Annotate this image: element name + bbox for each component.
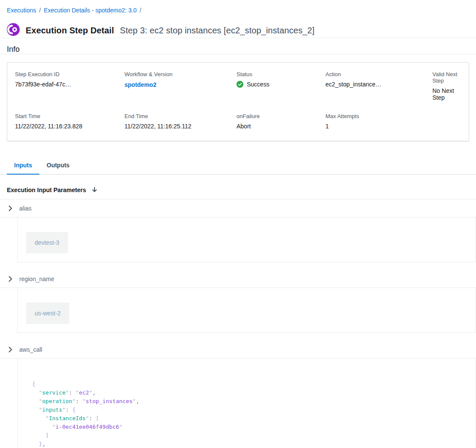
section-heading: Execution Input Parameters (7, 187, 86, 193)
download-arrow-icon[interactable] (91, 187, 98, 193)
field-value: 11/22/2022, 11:16:25.112 (124, 123, 237, 130)
alias-panel: devtest-3 (17, 217, 476, 262)
field-value: 7b73f93e-edaf-47c… (15, 81, 124, 88)
info-card: Step Execution ID 7b73f93e-edaf-47c… Wor… (7, 62, 469, 141)
field-value: 1 (325, 123, 432, 130)
field-max-attempts: Max Attempts 1 (325, 113, 432, 130)
field-step-execution-id: Step Execution ID 7b73f93e-edaf-47c… (15, 71, 124, 101)
field-status: Status Success (237, 71, 325, 101)
field-action: Action ec2_stop_instance… (325, 71, 432, 101)
field-valid-next-step: Valid Next Step No Next Step (432, 71, 461, 101)
expander-label: alias (19, 205, 32, 212)
chevron-right-icon (7, 205, 14, 212)
page-header: Execution Step Detail Step 3: ec2 stop i… (0, 23, 476, 38)
alias-value-chip: devtest-3 (26, 232, 68, 253)
status-text: Success (247, 81, 269, 88)
expander-label: aws_call (19, 346, 42, 353)
breadcrumb-separator: / (140, 7, 142, 14)
breadcrumb-link-executions[interactable]: Executions (7, 7, 36, 14)
field-label: Valid Next Step (432, 71, 461, 84)
field-label: Status (237, 71, 325, 77)
divider (0, 54, 476, 54)
expander-alias[interactable]: alias (0, 199, 476, 217)
tab-inputs[interactable]: Inputs (7, 157, 39, 174)
aws-call-panel: { "service": "ec2", "operation": "stop_i… (17, 359, 476, 448)
field-start-time: Start Time 11/22/2022, 11:16:23.828 (15, 113, 124, 130)
field-value: Abort (237, 123, 325, 130)
breadcrumb-link-execution-details[interactable]: Execution Details - spotdemo2: 3.0 (44, 7, 136, 14)
workflow-link[interactable]: spotdemo2 (124, 81, 157, 88)
field-value: ec2_stop_instance… (325, 81, 432, 88)
app-logo-icon (7, 23, 20, 38)
field-label: Max Attempts (325, 113, 432, 119)
region-name-panel: us-west-2 (17, 288, 476, 333)
tab-bar: Inputs Outputs (0, 157, 476, 175)
field-label: onFailure (237, 113, 325, 119)
breadcrumb: Executions/Execution Details - spotdemo2… (0, 0, 476, 14)
execution-step-detail-page: Executions/Execution Details - spotdemo2… (0, 0, 476, 448)
field-value: No Next Step (432, 87, 461, 101)
expander-aws-call[interactable]: aws_call (0, 341, 476, 358)
expander-region-name[interactable]: region_name (0, 270, 476, 288)
execution-input-parameters-header: Execution Input Parameters (0, 175, 476, 199)
chevron-right-icon (7, 276, 14, 282)
page-title: Execution Step Detail (26, 26, 114, 35)
info-heading: Info (0, 45, 476, 54)
field-label: Action (325, 71, 432, 77)
expander-label: region_name (19, 276, 54, 282)
region-name-value-chip: us-west-2 (26, 303, 69, 324)
field-onfailure: onFailure Abort (237, 113, 325, 130)
success-icon (237, 81, 243, 88)
divider (0, 38, 476, 38)
field-label: Step Execution ID (15, 71, 124, 77)
field-label: Workflow & Version (124, 71, 237, 77)
field-workflow-version: Workflow & Version spotdemo2 (124, 71, 237, 101)
field-label: Start Time (15, 113, 124, 119)
page-subtitle: Step 3: ec2 stop instances [ec2_stop_ins… (120, 26, 314, 35)
field-label: End Time (124, 113, 237, 119)
field-end-time: End Time 11/22/2022, 11:16:25.112 (124, 113, 237, 130)
field-value: 11/22/2022, 11:16:23.828 (15, 123, 124, 130)
breadcrumb-separator: / (39, 7, 41, 14)
chevron-right-icon (7, 346, 14, 353)
code-block: { "service": "ec2", "operation": "stop_i… (32, 380, 467, 448)
status-badge: Success (237, 81, 325, 88)
tab-outputs[interactable]: Outputs (39, 157, 77, 174)
